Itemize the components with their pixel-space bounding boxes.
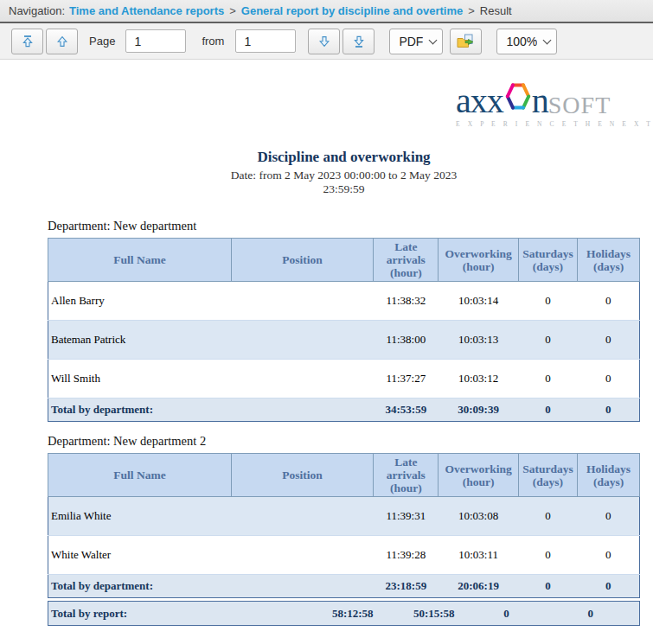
- report-tables: Department: New departmentFull NamePosit…: [48, 219, 640, 626]
- cell-position: [232, 497, 374, 536]
- department-label: Department: New department 2: [48, 434, 640, 449]
- cell-value: 11:38:00: [374, 321, 439, 360]
- department-table: Full NamePositionLate arrivals (hour)Ove…: [48, 238, 640, 422]
- table-row: Will Smith11:37:2710:03:1200: [48, 360, 640, 399]
- cell-value: 10:03:11: [439, 536, 518, 575]
- cell-position: [232, 536, 374, 575]
- column-header: Full Name: [48, 239, 232, 282]
- zoom-level-select[interactable]: 100%: [496, 29, 557, 54]
- department-total-label: Total by department:: [48, 575, 374, 598]
- breadcrumb-link[interactable]: General report by discipline and overtim…: [241, 4, 463, 17]
- first-page-button[interactable]: [11, 29, 43, 54]
- cell-value: 0: [578, 282, 640, 321]
- breadcrumb-link[interactable]: Time and Attendance reports: [69, 4, 224, 17]
- logo-soft-text: SOFT: [548, 96, 611, 114]
- department-total-value: 23:18:59: [374, 575, 439, 598]
- report-total-label: Total by report:: [48, 602, 309, 626]
- arrow-up-to-line-icon: [21, 35, 35, 48]
- column-header: Holidays (days): [578, 454, 640, 497]
- cell-full-name: Will Smith: [48, 360, 232, 399]
- column-header: Holidays (days): [578, 239, 640, 282]
- arrow-up-icon: [55, 35, 69, 48]
- report-toolbar: Page from PDF: [0, 23, 653, 60]
- logo-text-right: n: [532, 87, 548, 114]
- report-title: Discipline and overworking: [48, 149, 640, 166]
- export-format-select[interactable]: PDF: [389, 29, 443, 54]
- navigation-label: Navigation:: [9, 4, 65, 17]
- logo-tagline: E X P E R I E N C E T H E N E X T °: [456, 120, 640, 128]
- cell-value: 0: [518, 536, 577, 575]
- page-label: Page: [89, 35, 115, 48]
- cell-value: 0: [518, 282, 577, 321]
- table-row: White Walter11:39:2810:03:1100: [48, 536, 640, 575]
- from-label: from: [202, 35, 224, 48]
- report-page: axx n SOFT E X P E R I E N C E T H E N E…: [0, 82, 653, 626]
- department-total-value: 0: [518, 399, 577, 422]
- cell-value: 10:03:12: [439, 360, 518, 399]
- report-total-value: 0: [471, 602, 542, 626]
- breadcrumb-separator: >: [468, 4, 475, 17]
- cell-value: 0: [578, 497, 640, 536]
- arrow-down-icon: [317, 35, 331, 48]
- department-total-value: 0: [518, 575, 577, 598]
- export-button[interactable]: [450, 29, 482, 54]
- cell-position: [232, 282, 374, 321]
- report-total-value: 58:12:58: [308, 602, 397, 626]
- column-header: Position: [232, 239, 374, 282]
- cell-full-name: Emilia White: [48, 497, 232, 536]
- report-date-line1: Date: from 2 May 2023 00:00:00 to 2 May …: [48, 169, 640, 182]
- cell-value: 10:03:13: [439, 321, 518, 360]
- last-page-button[interactable]: [343, 29, 375, 54]
- cell-value: 0: [578, 536, 640, 575]
- report-total-value: 0: [542, 602, 640, 626]
- department-table: Full NamePositionLate arrivals (hour)Ove…: [48, 453, 640, 598]
- cell-value: 0: [578, 321, 640, 360]
- department-label: Department: New department: [48, 219, 640, 233]
- cell-full-name: Allen Barry: [48, 282, 232, 321]
- cell-value: 0: [518, 321, 577, 360]
- cell-value: 11:38:32: [374, 282, 439, 321]
- department-total-row: Total by department:34:53:5930:09:3900: [48, 399, 640, 422]
- table-header-row: Full NamePositionLate arrivals (hour)Ove…: [48, 239, 640, 282]
- breadcrumb-separator: >: [229, 4, 236, 17]
- cell-position: [232, 360, 374, 399]
- department-total-value: 0: [578, 575, 640, 598]
- report-date-line2: 23:59:59: [48, 182, 640, 196]
- column-header: Saturdays (days): [518, 239, 577, 282]
- cell-value: 11:39:31: [374, 497, 439, 536]
- previous-page-button[interactable]: [46, 29, 78, 54]
- navigation-bar: Navigation: Time and Attendance reports>…: [0, 0, 653, 23]
- cell-full-name: Bateman Patrick: [48, 321, 232, 360]
- cell-value: 0: [578, 360, 640, 399]
- cell-value: 11:39:28: [374, 536, 439, 575]
- table-row: Allen Barry11:38:3210:03:1400: [48, 282, 640, 321]
- hexagon-logo-icon: [505, 82, 531, 114]
- table-row: Bateman Patrick11:38:0010:03:1300: [48, 321, 640, 360]
- department-total-value: 20:06:19: [439, 575, 518, 598]
- cell-value: 10:03:08: [439, 497, 518, 536]
- department-total-value: 0: [578, 399, 640, 422]
- column-header: Late arrivals (hour): [374, 454, 439, 497]
- report-date-range: Date: from 2 May 2023 00:00:00 to 2 May …: [48, 169, 640, 196]
- cell-position: [232, 321, 374, 360]
- breadcrumb: Time and Attendance reports>General repo…: [69, 4, 512, 17]
- department-total-value: 30:09:39: [439, 399, 518, 422]
- next-page-button[interactable]: [308, 29, 340, 54]
- report-total-table: Total by report:58:12:5850:15:5800: [48, 601, 640, 626]
- table-header-row: Full NamePositionLate arrivals (hour)Ove…: [48, 454, 640, 497]
- column-header: Saturdays (days): [518, 454, 577, 497]
- cell-value: 0: [518, 497, 577, 536]
- report-total-value: 50:15:58: [397, 602, 471, 626]
- department-total-row: Total by department:23:18:5920:06:1900: [48, 575, 640, 598]
- column-header: Full Name: [48, 454, 232, 497]
- arrow-down-to-line-icon: [352, 35, 366, 48]
- column-header: Late arrivals (hour): [374, 239, 439, 282]
- axxonsoft-logo: axx n SOFT E X P E R I E N C E T H E N E…: [456, 82, 640, 128]
- breadcrumb-current: Result: [480, 4, 512, 17]
- column-header: Overworking (hour): [439, 239, 518, 282]
- page-total-input[interactable]: [235, 29, 296, 53]
- page-number-input[interactable]: [125, 29, 186, 53]
- department-total-value: 34:53:59: [374, 399, 439, 422]
- export-document-icon: [457, 34, 475, 49]
- table-row: Emilia White11:39:3110:03:0800: [48, 497, 640, 536]
